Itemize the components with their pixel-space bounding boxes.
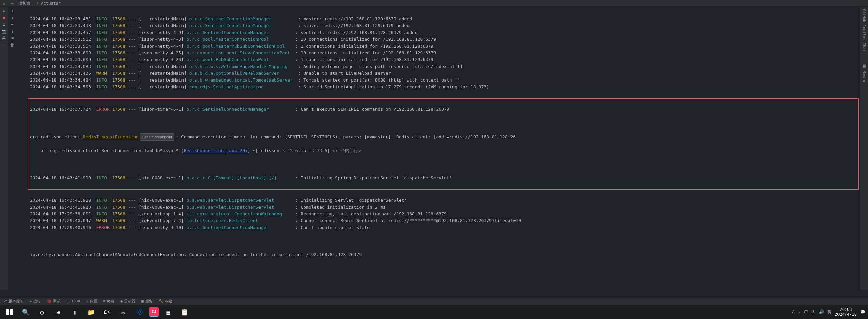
cortana-icon[interactable]: ○ xyxy=(35,305,49,319)
exit-icon[interactable]: ⏏ xyxy=(1,22,7,27)
todo-tab[interactable]: ☰TODO xyxy=(66,299,80,303)
log-line: 2024-04-18 17:29:40.047 WARN 17508 --- [… xyxy=(30,217,856,224)
folded-frames[interactable]: <7 个内部行> xyxy=(332,148,361,153)
maven-tab[interactable]: Maven xyxy=(861,69,867,84)
chevron-up-icon[interactable]: ᐱ xyxy=(792,309,795,314)
debug-tab[interactable]: 🐞调试 xyxy=(47,299,60,304)
log-line: 2024-04-18 16:43:23.457 INFO 17508 --- [… xyxy=(30,29,856,36)
svg-rect-2 xyxy=(6,312,9,315)
onedrive-icon[interactable]: ☁ xyxy=(798,309,801,314)
services-icon: ▣ xyxy=(141,299,144,303)
final-exception-line: io.netty.channel.AbstractChannel$Annotat… xyxy=(30,251,856,258)
trash-icon[interactable]: 🗑 xyxy=(9,42,15,48)
create-breakpoint-badge[interactable]: Create breakpoint xyxy=(140,133,174,141)
layout-icon[interactable]: ⊞ xyxy=(1,42,7,48)
problems-tab[interactable]: ⚠问题 xyxy=(86,299,97,304)
tab-console[interactable]: 控制台 xyxy=(18,0,31,6)
terminal-tab[interactable]: ⌨终端 xyxy=(103,299,115,304)
log-line: 2024-04-18 16:43:23.431 INFO 17508 --- [… xyxy=(30,16,856,22)
mail-icon[interactable]: ✉ xyxy=(117,305,130,319)
terminal-icon: ⌨ xyxy=(103,299,106,303)
log-line: 2024-04-18 16:43:33.609 INFO 17508 --- [… xyxy=(30,50,856,56)
tab-actuator[interactable]: ⚡ Actuator xyxy=(36,1,60,6)
exception-class-link[interactable]: RedisTimeoutException xyxy=(83,134,139,139)
monitor-icon[interactable]: 🖵 xyxy=(804,309,808,314)
log-line: 2024-04-18 16:43:41.920 INFO 17508 --- [… xyxy=(30,204,856,211)
log-line: 2024-04-18 17:29:40.916 ERROR 17508 --- … xyxy=(30,224,856,231)
svg-rect-3 xyxy=(10,312,13,315)
console-output[interactable]: 2024-04-18 16:43:23.431 INFO 17508 --- [… xyxy=(24,7,860,290)
windows-taskbar: 🔍 ○ ⊞ ▮ 📁 🛍 ✉ ⓔ IJ ▦ 📋 ᐱ ☁ 🖵 🖧 🔊 英 20:03… xyxy=(0,305,868,319)
log-line: 2024-04-18 16:43:33.562 INFO 17508 --- [… xyxy=(30,36,856,43)
warning-icon: ⚠ xyxy=(86,299,89,303)
explorer-icon[interactable]: 📁 xyxy=(84,305,98,319)
terminal-app-icon[interactable]: ▮ xyxy=(68,305,81,319)
profiler-icon: ◉ xyxy=(120,299,123,303)
database-tab[interactable]: 数据库 xyxy=(861,59,867,63)
run-tool-gutter-2: ↑ ↓ ↩ ↧ ⌫ 🗑 xyxy=(8,7,16,290)
bug-icon: 🐞 xyxy=(47,299,52,303)
source-link[interactable]: RedisConnection.java:207 xyxy=(184,148,248,153)
rerun-icon[interactable]: ▶ xyxy=(1,8,7,14)
log-line: 2024-04-18 16:43:33.564 INFO 17508 --- [… xyxy=(30,43,856,50)
log-line: 2024-04-18 17:29:38.001 INFO 17508 --- [… xyxy=(30,211,856,217)
actuator-icon: ⚡ xyxy=(36,1,38,6)
app-icon[interactable]: 📋 xyxy=(178,305,191,319)
store-icon[interactable]: 🛍 xyxy=(100,305,114,319)
taskbar-clock[interactable]: 20:03 2024/4/18 xyxy=(835,307,857,317)
up-arrow-icon[interactable]: ↑ xyxy=(9,8,15,14)
print-icon[interactable]: 🖶 xyxy=(1,35,7,41)
svg-rect-0 xyxy=(6,309,9,312)
system-tray: ᐱ ☁ 🖵 🖧 🔊 英 20:03 2024/4/18 💬 xyxy=(792,307,865,317)
log-line: 2024-04-18 16:43:41.918 INFO 17508 --- [… xyxy=(30,197,856,204)
intellij-icon[interactable]: IJ xyxy=(149,307,159,317)
version-control-tab[interactable]: ⎇版本控制 xyxy=(3,299,23,304)
soft-wrap-icon[interactable]: ↩ xyxy=(9,22,15,27)
hammer-icon: 🔨 xyxy=(159,299,163,303)
start-button[interactable] xyxy=(3,305,16,319)
console-tabs-bar: ↻ — 控制台 ⚡ Actuator xyxy=(0,0,868,7)
log-line: 2024-04-18 16:43:33.609 INFO 17508 --- [… xyxy=(30,56,856,63)
copilot-tab[interactable]: GitHub Copilot Chat xyxy=(861,7,867,54)
bottom-tool-bar: ⎇版本控制 ▶运行 🐞调试 ☰TODO ⚠问题 ⌨终端 ◉分析器 ▣服务 🔨构建 xyxy=(0,297,868,305)
log-line: 2024-04-18 16:43:34.083 INFO 17508 --- [… xyxy=(30,63,856,70)
camera-icon[interactable]: 📷 xyxy=(1,29,7,34)
log-line: 2024-04-18 16:43:34.435 WARN 17508 --- [… xyxy=(30,70,856,77)
svg-rect-1 xyxy=(10,309,13,312)
scroll-to-end-icon[interactable]: ↧ xyxy=(9,29,15,34)
clear-icon[interactable]: ⌫ xyxy=(9,35,15,41)
branch-icon: ⎇ xyxy=(3,299,7,303)
error-highlight-box: 2024-04-18 16:43:37.724 ERROR 17508 --- … xyxy=(28,98,859,190)
volume-icon[interactable]: 🔊 xyxy=(819,309,824,314)
todo-icon: ☰ xyxy=(66,299,70,303)
task-view-icon[interactable]: ⊞ xyxy=(52,305,65,319)
stop-icon[interactable]: ■ xyxy=(1,15,7,20)
search-icon[interactable]: 🔍 xyxy=(19,305,33,319)
hide-icon[interactable]: — xyxy=(11,1,13,6)
log-line: 2024-04-18 16:43:23.438 INFO 17508 --- [… xyxy=(30,22,856,29)
log-line: 2024-04-18 16:43:34.503 INFO 17508 --- [… xyxy=(30,84,856,90)
run-tab[interactable]: ▶运行 xyxy=(30,299,41,304)
rerun-icon[interactable]: ↻ xyxy=(3,1,5,6)
down-arrow-icon[interactable]: ↓ xyxy=(9,15,15,20)
right-side-tabs: GitHub Copilot Chat 数据库 Maven xyxy=(860,7,868,290)
profiler-tab[interactable]: ◉分析器 xyxy=(120,299,135,304)
edge-icon[interactable]: ⓔ xyxy=(133,305,147,319)
network-icon[interactable]: 🖧 xyxy=(811,309,815,314)
vmware-icon[interactable]: ▦ xyxy=(161,305,175,319)
build-tab[interactable]: 🔨构建 xyxy=(159,299,172,304)
play-icon: ▶ xyxy=(30,299,32,303)
ime-indicator[interactable]: 英 xyxy=(827,309,831,315)
services-tab[interactable]: ▣服务 xyxy=(141,299,153,304)
log-line: 2024-04-18 16:43:34.484 INFO 17508 --- [… xyxy=(30,77,856,84)
notification-icon[interactable]: 💬 xyxy=(860,309,865,314)
run-tool-gutter: ▶ ■ ⏏ 📷 🖶 ⊞ xyxy=(0,7,8,290)
